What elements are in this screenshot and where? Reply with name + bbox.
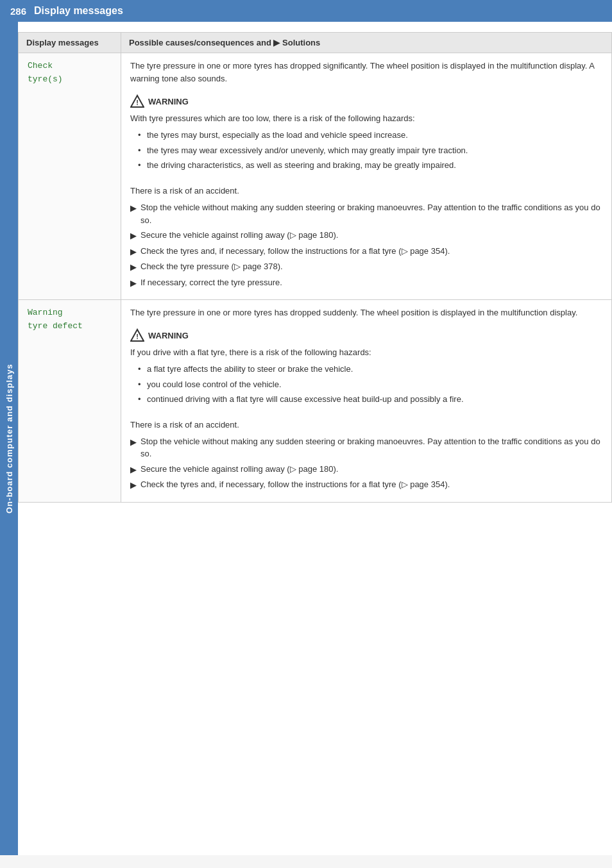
action-arrow-icon: ▶ [130,479,137,492]
display-message-cell-warning-tyre-defect: Warningtyre defect [19,300,121,503]
warning-block-warning-tyre-defect: !WARNINGIf you drive with a flat tyre, t… [130,326,602,412]
list-item: a flat tyre affects the ability to steer… [140,363,602,376]
content-cell-warning-tyre-defect: The tyre pressure in one or more tyres h… [121,300,612,503]
content-cell-check-tyre: The tyre pressure in one or more tyres h… [121,53,612,300]
page-title: Display messages [34,5,123,17]
risk-text-warning-tyre-defect: There is a risk of an accident. [130,419,602,431]
page-number: 286 [10,6,26,17]
warning-label-check-tyre: WARNING [148,97,189,106]
warning-block-check-tyre: !WARNINGWith tyre pressures which are to… [130,92,602,178]
action-text: Check the tyres and, if necessary, follo… [140,245,450,258]
action-item: ▶Secure the vehicle against rolling away… [130,463,602,476]
action-item: ▶Check the tyre pressure (▷ page 378). [130,260,602,274]
warning-triangle-icon: ! [130,94,144,108]
action-arrow-icon: ▶ [130,436,137,460]
warning-title-check-tyre: !WARNING [130,94,602,108]
svg-text:!: ! [136,99,139,106]
action-arrow-icon: ▶ [130,230,137,242]
list-item: you could lose control of the vehicle. [140,378,602,391]
action-arrow-icon: ▶ [130,202,137,226]
warning-intro-check-tyre: With tyre pressures which are too low, t… [130,112,602,125]
action-item: ▶Stop the vehicle without making any sud… [130,201,602,226]
action-text: Stop the vehicle without making any sudd… [140,201,602,226]
warning-title-warning-tyre-defect: !WARNING [130,328,602,342]
action-text: Check the tyre pressure (▷ page 378). [140,260,283,274]
action-item: ▶Stop the vehicle without making any sud… [130,435,602,460]
warning-label-warning-tyre-defect: WARNING [148,331,189,340]
action-text: Stop the vehicle without making any sudd… [140,435,602,460]
svg-text:!: ! [136,333,139,340]
list-item: continued driving with a flat tyre will … [140,393,602,406]
warning-triangle-icon: ! [130,328,144,342]
action-arrow-icon: ▶ [130,246,137,258]
risk-text-check-tyre: There is a risk of an accident. [130,185,602,197]
action-item: ▶Check the tyres and, if necessary, foll… [130,245,602,258]
action-arrow-icon: ▶ [130,261,137,274]
action-text: Check the tyres and, if necessary, follo… [140,478,450,492]
page-header: 286 Display messages [0,0,612,22]
action-text: Secure the vehicle against rolling away … [140,463,338,476]
action-item: ▶Check the tyres and, if necessary, foll… [130,478,602,492]
intro-text-warning-tyre-defect: The tyre pressure in one or more tyres h… [130,306,602,319]
action-arrow-icon: ▶ [130,277,137,290]
warning-intro-warning-tyre-defect: If you drive with a flat tyre, there is … [130,346,602,359]
list-item: the tyres may wear excessively and/or un… [140,144,602,157]
action-arrow-icon: ▶ [130,463,137,476]
action-item: ▶If necessary, correct the tyre pressure… [130,276,602,290]
page-footer: Nur für internen Gebrauch / For internal… [0,855,612,868]
list-item: the tyres may burst, especially as the l… [140,129,602,142]
bullet-list-check-tyre: the tyres may burst, especially as the l… [140,129,602,172]
action-text: Secure the vehicle against rolling away … [140,229,338,242]
action-text: If necessary, correct the tyre pressure. [140,276,282,290]
display-message-cell-check-tyre: Checktyre(s) [19,53,121,300]
action-list-check-tyre: ▶Stop the vehicle without making any sud… [130,201,602,289]
col1-header: Display messages [19,33,121,53]
display-table: Display messages Possible causes/consequ… [18,32,612,503]
content-area: Display messages Possible causes/consequ… [18,22,612,855]
col2-header: Possible causes/consequences and ▶ Solut… [121,33,612,53]
list-item: the driving characteristics, as well as … [140,159,602,172]
action-item: ▶Secure the vehicle against rolling away… [130,229,602,242]
bullet-list-warning-tyre-defect: a flat tyre affects the ability to steer… [140,363,602,406]
intro-text-check-tyre: The tyre pressure in one or more tyres h… [130,60,602,85]
sidebar-label: On-board computer and displays [4,363,14,513]
main-container: On-board computer and displays Display m… [0,22,612,855]
action-list-warning-tyre-defect: ▶Stop the vehicle without making any sud… [130,435,602,492]
sidebar-tab: On-board computer and displays [0,22,18,855]
